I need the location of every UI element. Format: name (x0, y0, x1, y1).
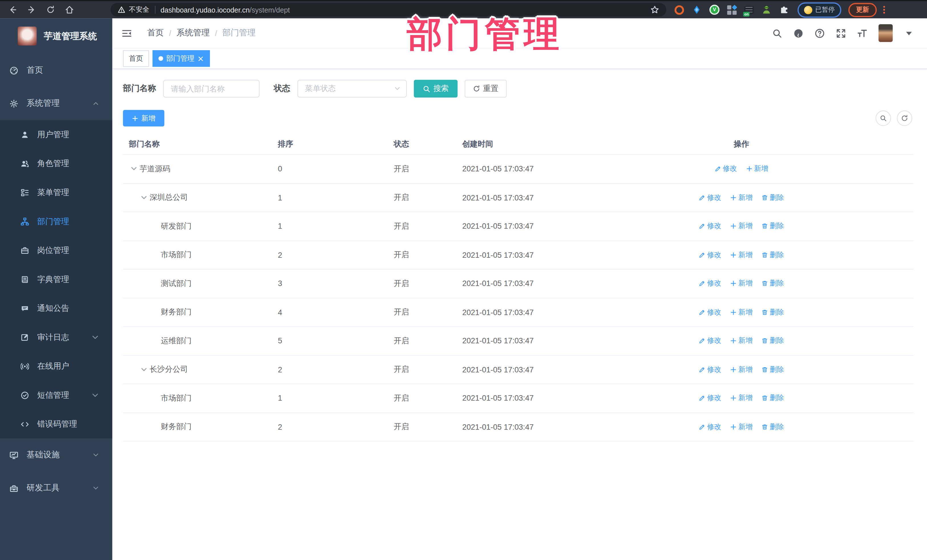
edit-pencil-icon (699, 252, 705, 258)
row-action-delete[interactable]: 删除 (761, 221, 784, 231)
cell-actions: 修改新增删除 (641, 307, 842, 317)
row-action-add[interactable]: 新增 (746, 164, 768, 174)
row-action-add[interactable]: 新增 (730, 221, 753, 231)
row-action-edit[interactable]: 修改 (714, 164, 737, 174)
status-select[interactable]: 菜单状态 (298, 80, 407, 97)
sidebar-item-2[interactable]: 用户管理 (0, 120, 112, 149)
hamburger-icon[interactable] (122, 28, 132, 38)
tree-expand-icon[interactable] (140, 194, 148, 201)
sidebar-item-10[interactable]: 在线用户 (0, 352, 112, 381)
row-action-edit[interactable]: 修改 (699, 221, 721, 231)
sidebar-item-4[interactable]: 菜单管理 (0, 178, 112, 207)
caret-down-icon[interactable] (904, 28, 914, 38)
update-button[interactable]: 更新 (848, 3, 877, 17)
tree-expand-icon[interactable] (140, 366, 148, 373)
question-icon[interactable] (815, 28, 825, 38)
sidebar-item-3[interactable]: 角色管理 (0, 149, 112, 178)
row-action-edit[interactable]: 修改 (699, 193, 721, 202)
back-icon[interactable] (8, 5, 17, 14)
sidebar-item-12[interactable]: 错误码管理 (0, 410, 112, 439)
row-action-delete[interactable]: 删除 (761, 250, 784, 260)
green-check-ext-icon[interactable]: V (710, 5, 719, 15)
row-action-add[interactable]: 新增 (730, 364, 753, 374)
search-button[interactable]: 搜索 (414, 80, 457, 97)
row-action-delete[interactable]: 删除 (761, 422, 784, 432)
security-indicator[interactable]: 不安全 (117, 5, 149, 14)
row-action-add[interactable]: 新增 (730, 250, 753, 260)
table-row[interactable]: 财务部门4开启2021-01-05 17:03:47修改新增删除 (123, 298, 913, 327)
sidebar-item-9[interactable]: 审计日志 (0, 323, 112, 352)
close-icon[interactable] (198, 55, 204, 62)
bookmark-star-icon[interactable] (650, 5, 659, 14)
show-search-button[interactable] (876, 111, 891, 126)
row-action-edit[interactable]: 修改 (699, 250, 721, 260)
table-row[interactable]: 运维部门5开启2021-01-05 17:03:47修改新增删除 (123, 327, 913, 355)
sidebar-item-0[interactable]: 首页 (0, 54, 112, 87)
row-action-delete[interactable]: 删除 (761, 279, 784, 288)
table-row[interactable]: 深圳总公司1开启2021-01-05 17:03:47修改新增删除 (123, 184, 913, 212)
row-action-add[interactable]: 新增 (730, 193, 753, 202)
sidebar-item-5[interactable]: 部门管理 (0, 207, 112, 236)
tree-expand-icon[interactable] (130, 165, 138, 173)
row-action-delete[interactable]: 删除 (761, 393, 784, 403)
add-button[interactable]: 新增 (123, 110, 164, 127)
table-row[interactable]: 市场部门2开启2021-01-05 17:03:47修改新增删除 (123, 241, 913, 270)
table-row[interactable]: 测试部门3开启2021-01-05 17:03:47修改新增删除 (123, 269, 913, 298)
search-icon[interactable] (772, 28, 782, 38)
home-icon[interactable] (65, 5, 74, 14)
row-action-edit[interactable]: 修改 (699, 336, 721, 346)
row-action-add[interactable]: 新增 (730, 422, 753, 432)
target-ext-icon[interactable] (675, 5, 684, 15)
table-row[interactable]: 芋道源码0开启2021-01-05 17:03:47修改新增 (123, 155, 913, 184)
row-action-delete[interactable]: 删除 (761, 307, 784, 317)
forward-icon[interactable] (27, 5, 36, 14)
sidebar-item-14[interactable]: 研发工具 (0, 472, 112, 505)
sidebar-item-7[interactable]: 字典管理 (0, 265, 112, 294)
row-action-edit[interactable]: 修改 (699, 307, 721, 317)
table-row[interactable]: 研发部门1开启2021-01-05 17:03:47修改新增删除 (123, 212, 913, 241)
row-action-add[interactable]: 新增 (730, 307, 753, 317)
chevron-down-icon (91, 391, 99, 399)
sidebar-item-6[interactable]: 岗位管理 (0, 236, 112, 265)
row-action-edit[interactable]: 修改 (699, 364, 721, 374)
reload-icon[interactable] (46, 5, 55, 14)
row-action-edit[interactable]: 修改 (699, 393, 721, 403)
user-avatar[interactable] (878, 24, 893, 42)
sidebar-item-1[interactable]: 系统管理 (0, 87, 112, 120)
refresh-table-button[interactable] (897, 111, 912, 126)
row-action-delete[interactable]: 删除 (761, 193, 784, 202)
paused-pill[interactable]: 已暂停 (798, 2, 841, 17)
row-action-edit[interactable]: 修改 (699, 279, 721, 288)
github-icon[interactable] (793, 28, 804, 38)
row-action-delete[interactable]: 删除 (761, 364, 784, 374)
address-bar[interactable]: 不安全 dashboard.yudao.iocoder.cn/system/de… (111, 3, 666, 17)
reset-button[interactable]: 重置 (465, 80, 506, 97)
fontsize-icon[interactable] (857, 28, 867, 38)
drop-ext-icon[interactable] (692, 5, 702, 15)
puzzle-ext-icon[interactable] (779, 5, 789, 15)
breadcrumb-item[interactable]: 系统管理 (176, 28, 210, 38)
table-row[interactable]: 长沙分公司2开启2021-01-05 17:03:47修改新增删除 (123, 355, 913, 384)
row-action-add[interactable]: 新增 (730, 393, 753, 403)
table-row[interactable]: 财务部门2开启2021-01-05 17:03:47修改新增删除 (123, 413, 913, 442)
row-action-add[interactable]: 新增 (730, 336, 753, 346)
row-action-add[interactable]: 新增 (730, 279, 753, 288)
row-action-delete[interactable]: 删除 (761, 336, 784, 346)
dept-name-input[interactable] (163, 80, 260, 97)
list-on-ext-icon[interactable]: on (745, 6, 754, 14)
col-header: 操作 (641, 139, 842, 149)
sidebar-item-8[interactable]: 通知公告 (0, 294, 112, 323)
tab-部门管理[interactable]: 部门管理 (153, 50, 210, 67)
browser-menu-icon[interactable] (883, 6, 885, 14)
sidebar-logo-row[interactable]: 芋道管理系统 (0, 18, 112, 54)
fullscreen-icon[interactable] (836, 28, 846, 38)
row-action-edit[interactable]: 修改 (699, 422, 721, 432)
table-row[interactable]: 市场部门1开启2021-01-05 17:03:47修改新增删除 (123, 384, 913, 413)
grid-ext-icon[interactable] (727, 5, 737, 15)
tab-首页[interactable]: 首页 (123, 50, 149, 67)
sidebar-item-13[interactable]: 基础设施 (0, 439, 112, 472)
spy-ext-icon[interactable] (761, 5, 772, 15)
sidebar-item-11[interactable]: 短信管理 (0, 381, 112, 410)
shield-check-icon (21, 391, 29, 399)
breadcrumb-item[interactable]: 首页 (147, 28, 164, 38)
